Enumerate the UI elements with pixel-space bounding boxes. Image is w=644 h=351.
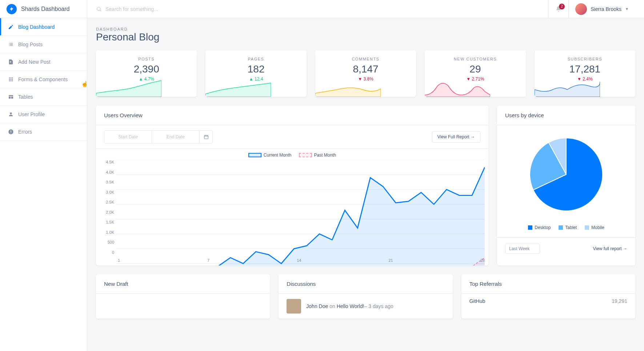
brand[interactable]: Shards Dashboard: [0, 0, 87, 18]
sidebar-item-add-new-post[interactable]: Add New Post: [0, 53, 87, 71]
grid-icon: [7, 76, 15, 83]
sidebar-item-user-profile[interactable]: User Profile: [0, 106, 87, 123]
card-title: Users by device: [497, 106, 635, 125]
legend-current-swatch: [248, 153, 261, 157]
new-draft-card: New Draft: [96, 274, 270, 319]
end-date-input[interactable]: [152, 131, 199, 143]
sidebar-item-tables[interactable]: Tables: [0, 88, 87, 106]
sidebar-item-forms-components[interactable]: Forms & Components: [0, 71, 87, 88]
stat-label: SUBSCRIBERS: [535, 57, 635, 61]
stat-value: 29: [425, 63, 525, 75]
sidebar-item-label: Add New Post: [18, 59, 51, 65]
main: DASHBOARD Personal Blog POSTS2,390▲ 4.7%…: [87, 18, 644, 351]
sidebar-item-label: Tables: [18, 94, 33, 100]
svg-point-3: [97, 7, 100, 10]
stat-value: 2,390: [96, 63, 197, 75]
stat-label: POSTS: [96, 57, 197, 61]
discussions-card: Discussions John Doe on Hello World!– 3 …: [279, 274, 452, 319]
user-menu[interactable]: Sierra Brooks ▼: [568, 0, 635, 18]
stat-label: COMMENTS: [315, 57, 416, 61]
view-full-report-link[interactable]: View full report →: [593, 246, 627, 251]
person-icon: [7, 111, 15, 118]
pie-legend-item: Tablet: [559, 225, 577, 230]
stat-label: PAGES: [205, 57, 306, 61]
brand-logo-icon: [7, 4, 17, 14]
sparkline: [205, 79, 271, 97]
stat-value: 8,147: [315, 63, 416, 75]
svg-rect-4: [204, 135, 208, 139]
sidebar-item-label: Blog Posts: [18, 42, 43, 47]
stat-card-posts: POSTS2,390▲ 4.7%: [96, 50, 197, 97]
list-icon: [7, 41, 15, 48]
page-title: Personal Blog: [96, 31, 635, 43]
avatar: [575, 3, 587, 15]
edit-icon: [7, 23, 15, 31]
sparkline: [535, 79, 600, 97]
calendar-icon[interactable]: [199, 131, 212, 143]
sidebar-item-blog-posts[interactable]: Blog Posts: [0, 36, 87, 53]
stat-card-subscribers: SUBSCRIBERS17,281▼ 2.4%: [535, 50, 635, 97]
pie-legend-item: Mobile: [585, 225, 604, 230]
pie-legend-item: Desktop: [528, 225, 551, 230]
sidebar-item-label: User Profile: [18, 111, 45, 117]
stat-card-new-customers: NEW CUSTOMERS29▼ 2.71%: [425, 50, 525, 97]
referral-value: 19,291: [612, 298, 627, 304]
user-name: Sierra Brooks: [591, 6, 621, 12]
view-full-report-button[interactable]: View Full Report →: [432, 131, 480, 143]
legend-past-swatch: [299, 153, 312, 157]
card-title: New Draft: [96, 274, 270, 294]
users-overview-card: Users Overview View Full Report → Curren…: [96, 106, 488, 265]
brand-name: Shards Dashboard: [21, 6, 69, 12]
notifications-button[interactable]: 2: [548, 0, 568, 18]
legend-current: Current Month: [264, 153, 292, 158]
overview-toolbar: View Full Report →: [96, 125, 488, 149]
users-by-device-card: Users by device DesktopTabletMobile Last…: [497, 106, 635, 265]
sidebar-item-blog-dashboard[interactable]: Blog Dashboard: [0, 18, 87, 36]
table-icon: [7, 93, 15, 100]
date-range: [104, 130, 213, 143]
search-input[interactable]: [105, 6, 215, 12]
sparkline: [425, 79, 490, 97]
stat-value: 182: [205, 63, 306, 75]
sidebar-item-errors[interactable]: Errors: [0, 123, 87, 141]
chevron-down-icon: ▼: [625, 7, 629, 11]
notification-badge: 2: [559, 4, 565, 9]
sparkline: [96, 79, 161, 97]
topbar: 2 Sierra Brooks ▼: [87, 0, 644, 18]
sidebar-item-label: Blog Dashboard: [18, 24, 55, 30]
search-icon: [96, 6, 102, 12]
card-title: Top Referrals: [461, 274, 635, 294]
device-range-select[interactable]: Last Week: [505, 244, 540, 254]
discussion-item[interactable]: John Doe on Hello World!– 3 days ago: [279, 294, 452, 319]
search: [96, 6, 548, 12]
avatar: [287, 299, 301, 313]
stat-card-pages: PAGES182▲ 12.4: [205, 50, 306, 97]
error-icon: [7, 128, 15, 135]
sidebar-item-label: Forms & Components: [18, 76, 68, 82]
overview-chart: Current Month Past Month 4.5K4.0K3.5K3.0…: [96, 149, 488, 265]
stat-label: NEW CUSTOMERS: [425, 57, 525, 61]
stat-value: 17,281: [535, 63, 635, 75]
svg-rect-1: [11, 130, 11, 132]
referral-name: GitHub: [469, 298, 485, 304]
start-date-input[interactable]: [104, 131, 152, 143]
page-eyebrow: DASHBOARD: [96, 27, 635, 31]
discussion-text: John Doe on Hello World!– 3 days ago: [306, 303, 393, 309]
card-title: Users Overview: [96, 106, 488, 125]
page-header: DASHBOARD Personal Blog: [96, 27, 635, 43]
top-referrals-card: Top Referrals GitHub 19,291: [461, 274, 635, 319]
sparkline: [315, 79, 381, 97]
sidebar: Shards Dashboard Blog DashboardBlog Post…: [0, 0, 87, 351]
pie-chart: [528, 136, 604, 213]
legend-past: Past Month: [314, 153, 336, 158]
svg-rect-2: [11, 133, 11, 133]
sidebar-item-label: Errors: [18, 129, 32, 135]
note-add-icon: [7, 58, 15, 66]
stat-card-comments: COMMENTS8,147▼ 3.8%: [315, 50, 416, 97]
referral-item: GitHub 19,291: [461, 294, 635, 308]
card-title: Discussions: [279, 274, 452, 294]
